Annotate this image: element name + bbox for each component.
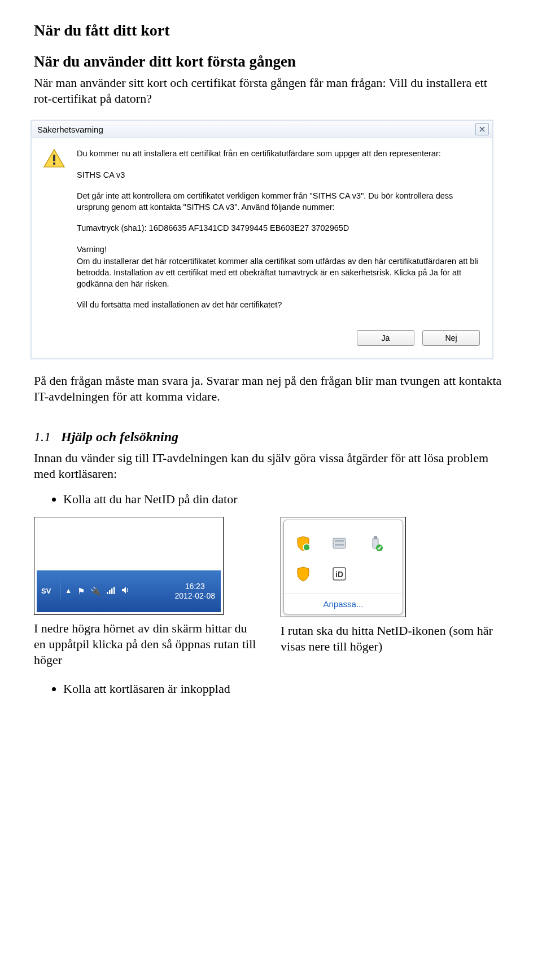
dialog-text: Du kommer nu att installera ett certifik… bbox=[77, 148, 481, 160]
svg-rect-4 bbox=[109, 590, 111, 594]
tray-popup-screenshot: iD Anpassa... bbox=[281, 517, 406, 617]
bullet-item: Kolla att kortläsaren är inkopplad bbox=[63, 682, 508, 696]
svg-rect-3 bbox=[107, 592, 108, 594]
up-arrow-icon[interactable]: ▲ bbox=[65, 587, 72, 595]
flag-icon: ⚑ bbox=[77, 586, 85, 596]
taskbar-screenshot: SV ▲ ⚑ 🔌 16:23 bbox=[34, 517, 224, 615]
dialog-titlebar: Säkerhetsvarning bbox=[32, 121, 492, 138]
subsection-heading: 1.1Hjälp och felsökning bbox=[34, 428, 508, 446]
no-button[interactable]: Nej bbox=[422, 330, 480, 346]
svg-rect-6 bbox=[113, 587, 115, 594]
svg-point-2 bbox=[53, 162, 55, 165]
svg-marker-7 bbox=[122, 587, 126, 594]
customize-link[interactable]: Anpassa... bbox=[284, 594, 403, 614]
wifi-icon bbox=[107, 586, 116, 596]
close-button[interactable] bbox=[475, 123, 489, 135]
taskbar-date: 2012-02-08 bbox=[174, 591, 215, 601]
speaker-icon bbox=[121, 586, 129, 596]
left-caption: I nedre högra hörnet av din skärm hittar… bbox=[34, 621, 261, 668]
page-title: När du fått ditt kort bbox=[34, 21, 508, 39]
power-icon: 🔌 bbox=[90, 586, 101, 596]
intro-text: När man använder sitt kort och certifika… bbox=[34, 75, 508, 106]
help-intro: Innan du vänder sig till IT-avdelningen … bbox=[34, 450, 508, 482]
security-warning-dialog: Säkerhetsvarning Du kommer nu att instal… bbox=[30, 120, 493, 359]
svg-rect-5 bbox=[111, 588, 113, 594]
shield-icon bbox=[295, 535, 320, 555]
svg-rect-9 bbox=[333, 538, 346, 548]
dialog-warning-text: Om du installerar det här rotcertifikate… bbox=[77, 256, 481, 289]
svg-rect-11 bbox=[335, 544, 344, 546]
right-caption: I rutan ska du hitta NetID-ikonen (som h… bbox=[281, 623, 508, 654]
dialog-question: Vill du fortsätta med installationen av … bbox=[77, 300, 481, 311]
shield2-icon bbox=[295, 565, 320, 586]
svg-rect-13 bbox=[374, 536, 377, 539]
dialog-title-text: Säkerhetsvarning bbox=[37, 125, 103, 134]
dialog-text: Det går inte att kontrollera om certifik… bbox=[77, 191, 481, 213]
dialog-warning-label: Varning! bbox=[77, 244, 481, 256]
taskbar-language: SV bbox=[41, 587, 51, 595]
svg-rect-1 bbox=[53, 155, 55, 161]
yes-button[interactable]: Ja bbox=[357, 330, 414, 346]
after-dialog-text: På den frågan måste man svara ja. Svarar… bbox=[34, 373, 508, 405]
bullet-item: Kolla att du har NetID på din dator bbox=[63, 492, 508, 507]
section-heading: När du använder ditt kort första gången bbox=[34, 53, 508, 71]
dialog-issuer: SITHS CA v3 bbox=[77, 170, 481, 181]
close-icon bbox=[479, 126, 485, 132]
svg-rect-10 bbox=[335, 540, 344, 542]
subsection-number: 1.1 bbox=[34, 429, 51, 444]
svg-point-8 bbox=[303, 544, 310, 551]
warning-icon bbox=[43, 148, 65, 169]
taskbar-time: 16:23 bbox=[174, 582, 215, 591]
usb-icon bbox=[367, 535, 392, 555]
disk-icon bbox=[331, 535, 356, 555]
dialog-thumbprint: Tumavtryck (sha1): 16D86635 AF1341CD 347… bbox=[77, 223, 481, 234]
netid-icon: iD bbox=[331, 565, 356, 586]
svg-text:iD: iD bbox=[335, 570, 343, 579]
